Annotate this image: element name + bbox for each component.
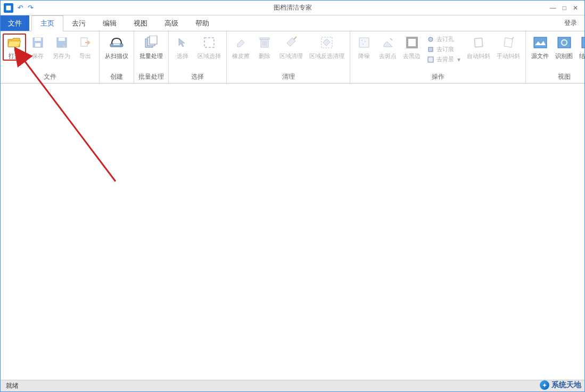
svg-rect-32 (504, 38, 513, 47)
dehole-button[interactable]: 去订孔 (425, 35, 463, 44)
broom-invert-icon (319, 35, 335, 51)
autoskew-label: 自动纠斜 (467, 53, 490, 60)
debg-button[interactable]: 去背景▾ (425, 55, 463, 64)
export-icon (77, 35, 93, 51)
svg-rect-28 (429, 47, 433, 52)
tab-file[interactable]: 文件 (1, 15, 29, 31)
svg-rect-30 (474, 38, 483, 47)
select-button[interactable]: 选择 (171, 34, 194, 61)
save-button[interactable]: 保存 (26, 34, 50, 61)
export-button[interactable]: 导出 (73, 34, 97, 61)
svg-point-23 (365, 41, 366, 42)
select-label: 选择 (177, 53, 188, 60)
group-file: 打开 保存 另存为 导出 文件 (1, 31, 100, 83)
eraser-icon (233, 35, 249, 51)
group-file-label: 文件 (3, 71, 97, 82)
manualskew-button[interactable]: 手动纠斜 (493, 34, 523, 61)
window-controls: — □ ✕ (550, 4, 584, 12)
app-icon (4, 3, 13, 13)
group-operate: 降噪 去斑点 去黑边 去订孔 去订痕 去背景▾ (350, 31, 526, 83)
despeckle-label: 去斑点 (379, 53, 397, 60)
group-batch-label: 批量处理 (136, 71, 166, 82)
scanner-icon (109, 35, 125, 51)
open-folder-icon (6, 35, 22, 51)
menu-strip: 文件 主页 去污 编辑 视图 高级 帮助 登录 (1, 15, 584, 31)
svg-rect-12 (150, 36, 157, 44)
scanner-button[interactable]: 从扫描仪 (102, 34, 131, 61)
source-view-label: 源文件 (531, 53, 549, 60)
group-clean: 橡皮擦 删除 区域清理 区域反选清理 清理 (227, 31, 350, 83)
manualskew-label: 手动纠斜 (497, 53, 520, 60)
svg-line-19 (294, 37, 296, 39)
group-create: 从扫描仪 创建 (100, 31, 134, 83)
status-ready: 就绪 (6, 381, 19, 390)
eraser-label: 橡皮擦 (232, 53, 250, 60)
tab-advanced[interactable]: 高级 (156, 15, 187, 31)
svg-rect-13 (204, 38, 214, 47)
svg-point-24 (362, 44, 364, 45)
eraser-button[interactable]: 橡皮擦 (229, 34, 253, 61)
source-image-icon (532, 35, 548, 51)
manualskew-icon (500, 35, 516, 51)
svg-point-27 (429, 37, 433, 41)
qat: ↶ ↷ (1, 3, 34, 13)
title-bar: ↶ ↷ 图档清洁专家 — □ ✕ (1, 1, 584, 15)
area-select-button[interactable]: 区域选择 (194, 34, 224, 61)
delete-button[interactable]: 删除 (253, 34, 276, 61)
redo-icon[interactable]: ↷ (28, 4, 34, 12)
batch-label: 批量处理 (139, 53, 163, 60)
app-title: 图档清洁专家 (1, 3, 584, 12)
watermark: ✦ 系统天地 (540, 380, 581, 390)
svg-rect-0 (6, 5, 11, 11)
tab-help[interactable]: 帮助 (187, 15, 218, 31)
ribbon: 打开 保存 另存为 导出 文件 (1, 31, 584, 84)
tab-edit[interactable]: 编辑 (94, 15, 125, 31)
recognize-view-label: 识别图 (555, 53, 573, 60)
svg-rect-33 (534, 37, 547, 48)
group-batch: 批量处理 批量处理 (134, 31, 169, 83)
batch-icon (143, 35, 159, 51)
autoskew-icon (471, 35, 487, 51)
svg-point-22 (361, 40, 362, 41)
saveas-button[interactable]: 另存为 (50, 34, 73, 61)
svg-rect-9 (113, 44, 120, 45)
recognize-view-button[interactable]: 识别图 (552, 34, 576, 61)
area-clean-button[interactable]: 区域清理 (276, 34, 306, 61)
operate-small-stack: 去订孔 去订痕 去背景▾ (424, 34, 464, 65)
svg-rect-36 (582, 37, 586, 48)
svg-rect-21 (359, 38, 369, 47)
tab-clean[interactable]: 去污 (63, 15, 94, 31)
dehole2-label: 去订痕 (436, 45, 454, 53)
tab-home[interactable]: 主页 (31, 15, 63, 31)
login-link[interactable]: 登录 (557, 15, 584, 31)
batch-button[interactable]: 批量处理 (136, 34, 166, 61)
deblack-icon (404, 35, 420, 51)
watermark-icon: ✦ (540, 380, 549, 390)
minimize-button[interactable]: — (550, 4, 556, 12)
close-button[interactable]: ✕ (573, 4, 578, 12)
maximize-button[interactable]: □ (563, 4, 566, 12)
svg-rect-6 (59, 38, 65, 41)
svg-rect-25 (407, 38, 417, 47)
group-view: 源文件 识别图 结果图 视图 (526, 31, 585, 83)
denoise-button[interactable]: 降噪 (352, 34, 376, 61)
dehole2-icon (427, 46, 434, 53)
dehole2-button[interactable]: 去订痕 (425, 45, 463, 54)
deblack-button[interactable]: 去黑边 (400, 34, 424, 61)
tab-view[interactable]: 视图 (125, 15, 156, 31)
svg-rect-3 (35, 38, 41, 41)
chevron-down-icon: ▾ (457, 56, 460, 63)
result-view-button[interactable]: 结果图 (576, 34, 585, 61)
debg-label: 去背景 (436, 55, 454, 63)
area-invert-clean-label: 区域反选清理 (309, 53, 344, 60)
despeckle-button[interactable]: 去斑点 (376, 34, 400, 61)
source-view-button[interactable]: 源文件 (528, 34, 552, 61)
area-invert-clean-button[interactable]: 区域反选清理 (306, 34, 348, 61)
trash-icon (257, 35, 273, 51)
denoise-icon (356, 35, 372, 51)
group-create-label: 创建 (102, 71, 131, 82)
open-button[interactable]: 打开 (3, 34, 26, 61)
undo-icon[interactable]: ↶ (18, 4, 23, 12)
area-select-icon (201, 35, 217, 51)
autoskew-button[interactable]: 自动纠斜 (464, 34, 493, 61)
